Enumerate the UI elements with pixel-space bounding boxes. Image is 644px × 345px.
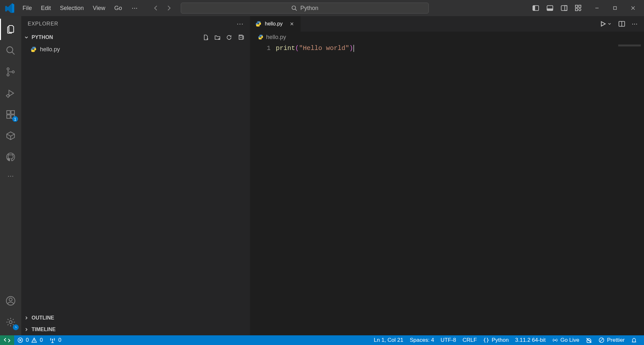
svg-point-30 xyxy=(9,320,12,323)
file-hello-py[interactable]: hello.py xyxy=(21,44,250,55)
main-menu: File Edit Selection View Go xyxy=(19,3,126,14)
command-center-text: Python xyxy=(300,5,318,12)
activity-explorer-icon[interactable] xyxy=(0,19,21,40)
activity-extensions-icon[interactable]: 1 xyxy=(0,104,21,125)
folder-section-header[interactable]: PYTHON xyxy=(21,32,250,43)
settings-sync-badge-icon xyxy=(13,324,19,330)
nav-back-icon[interactable] xyxy=(150,3,161,14)
svg-rect-9 xyxy=(579,5,581,7)
minimap-content xyxy=(618,44,641,46)
svg-point-47 xyxy=(52,339,53,340)
svg-rect-25 xyxy=(7,115,10,118)
indentation-status[interactable]: Spaces: 4 xyxy=(407,337,437,343)
status-bar: 0 0 0 Ln 1, Col 21 Spaces: 4 UTF-8 CRLF … xyxy=(0,335,644,345)
collapse-all-icon[interactable] xyxy=(237,34,244,41)
sidebar-bottom-sections: OUTLINE TIMELINE xyxy=(21,312,250,335)
minimap[interactable] xyxy=(612,43,644,335)
menu-edit[interactable]: Edit xyxy=(37,3,55,14)
activity-more-icon[interactable]: ··· xyxy=(0,168,21,184)
customize-layout-icon[interactable] xyxy=(574,4,583,13)
errors-count: 0 xyxy=(26,337,29,343)
svg-point-16 xyxy=(7,47,13,53)
notifications-icon[interactable] xyxy=(628,337,640,343)
menu-selection[interactable]: Selection xyxy=(56,3,88,14)
toggle-primary-sidebar-icon[interactable] xyxy=(531,4,540,13)
sidebar-header: EXPLORER ··· xyxy=(21,16,250,32)
toggle-secondary-sidebar-icon[interactable] xyxy=(560,4,569,13)
problems-status[interactable]: 0 0 xyxy=(14,335,46,345)
breadcrumb-file: hello.py xyxy=(266,34,286,41)
cursor-position-status[interactable]: Ln 1, Col 21 xyxy=(370,337,407,343)
timeline-label: TIMELINE xyxy=(32,327,56,332)
activity-github-icon[interactable] xyxy=(0,146,21,168)
code-content[interactable]: print("Hello world") xyxy=(276,43,644,335)
python-file-icon xyxy=(30,46,37,53)
svg-point-46 xyxy=(34,341,35,342)
window-minimize-icon[interactable] xyxy=(592,4,601,13)
menu-go[interactable]: Go xyxy=(111,3,126,14)
folder-name: PYTHON xyxy=(32,34,53,40)
ports-status[interactable]: 0 xyxy=(46,335,64,345)
prettier-status[interactable]: Prettier xyxy=(595,337,628,343)
svg-rect-11 xyxy=(579,8,581,11)
python-interpreter-status[interactable]: 3.11.2 64-bit xyxy=(512,337,549,343)
language-mode-status[interactable]: Python xyxy=(480,337,512,343)
command-center-search[interactable]: Python xyxy=(181,3,429,14)
tab-close-icon[interactable] xyxy=(288,20,295,27)
svg-rect-8 xyxy=(575,5,578,7)
svg-point-18 xyxy=(7,68,9,70)
line-number: 1 xyxy=(250,44,271,53)
copilot-status-icon[interactable] xyxy=(582,337,595,343)
refresh-icon[interactable] xyxy=(226,34,233,41)
text-cursor xyxy=(353,45,354,52)
activity-run-debug-icon[interactable] xyxy=(0,83,21,104)
editor-more-icon[interactable]: ··· xyxy=(632,20,638,28)
ports-count: 0 xyxy=(58,337,61,343)
svg-rect-7 xyxy=(565,5,567,10)
braces-icon xyxy=(483,337,489,343)
activity-source-control-icon[interactable] xyxy=(0,61,21,83)
eol-status[interactable]: CRLF xyxy=(459,337,480,343)
timeline-section-header[interactable]: TIMELINE xyxy=(21,324,250,335)
toggle-panel-icon[interactable] xyxy=(545,4,554,13)
split-editor-icon[interactable] xyxy=(618,20,625,27)
svg-point-48 xyxy=(554,340,556,341)
warnings-count: 0 xyxy=(40,337,43,343)
new-folder-icon[interactable] xyxy=(214,34,221,41)
outline-section-header[interactable]: OUTLINE xyxy=(21,312,250,324)
chevron-down-icon xyxy=(24,35,29,40)
svg-rect-3 xyxy=(533,5,535,10)
navigation xyxy=(150,3,174,14)
chevron-right-icon xyxy=(24,327,29,332)
menu-view[interactable]: View xyxy=(89,3,109,14)
menu-more-icon[interactable]: ··· xyxy=(129,3,141,14)
breadcrumbs[interactable]: hello.py xyxy=(250,32,644,43)
activity-containers-icon[interactable] xyxy=(0,125,21,146)
editor-group: hello.py ··· hello.py xyxy=(250,16,644,335)
nav-forward-icon[interactable] xyxy=(163,3,174,14)
code-editor[interactable]: 1 print("Hello world") xyxy=(250,43,644,335)
run-file-icon[interactable] xyxy=(600,20,612,27)
go-live-status[interactable]: Go Live xyxy=(549,337,583,343)
sidebar-more-icon[interactable]: ··· xyxy=(237,20,244,28)
new-file-icon[interactable] xyxy=(202,34,209,41)
remote-indicator-icon[interactable] xyxy=(0,335,14,345)
editor-tabs: hello.py ··· xyxy=(250,16,644,32)
file-tree: hello.py xyxy=(21,43,250,312)
svg-rect-10 xyxy=(575,8,578,11)
code-line-1[interactable]: print("Hello world") xyxy=(276,44,644,53)
explorer-sidebar: EXPLORER ··· PYTHON xyxy=(21,16,250,335)
menu-file[interactable]: File xyxy=(19,3,36,14)
activity-search-icon[interactable] xyxy=(0,40,21,61)
svg-line-1 xyxy=(295,9,297,11)
window-maximize-icon[interactable] xyxy=(610,4,620,13)
window-close-icon[interactable] xyxy=(629,4,638,13)
activity-settings-icon[interactable] xyxy=(0,311,21,333)
activity-accounts-icon[interactable] xyxy=(0,290,21,311)
svg-point-19 xyxy=(7,74,9,76)
tab-hello-py[interactable]: hello.py xyxy=(250,16,301,32)
encoding-status[interactable]: UTF-8 xyxy=(437,337,459,343)
file-label: hello.py xyxy=(40,46,60,53)
radio-tower-icon xyxy=(49,337,56,343)
layout-controls xyxy=(531,4,583,13)
